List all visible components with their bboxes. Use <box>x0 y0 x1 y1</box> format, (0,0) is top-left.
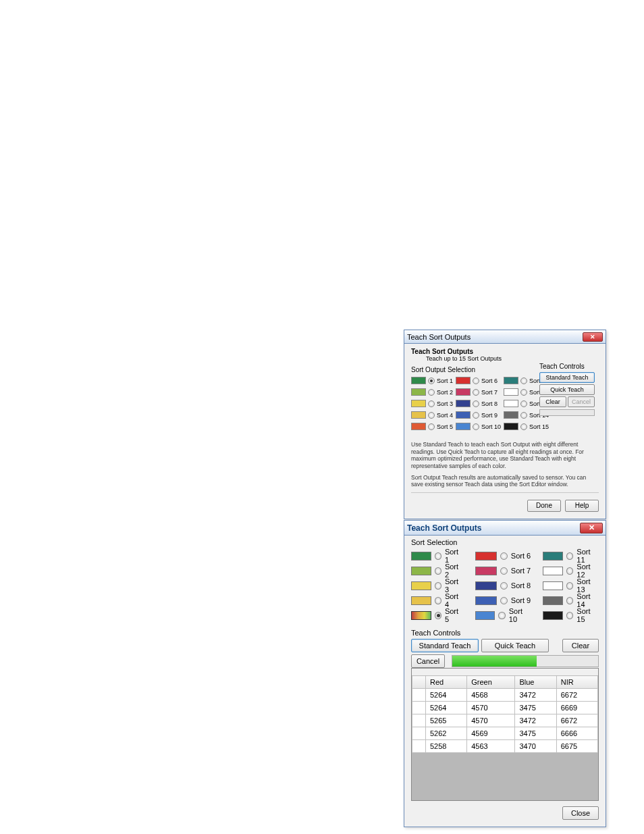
sort-option[interactable]: Sort 2 <box>411 387 453 397</box>
sort-option[interactable]: Sort 10 <box>456 421 501 432</box>
radio-icon[interactable] <box>435 552 441 560</box>
radio-icon[interactable] <box>500 597 508 604</box>
cell: 3472 <box>515 714 556 727</box>
radio-icon[interactable] <box>428 400 435 407</box>
sort-label: Sort 15 <box>576 607 599 623</box>
titlebar[interactable]: Teach Sort Outputs ✕ <box>404 330 606 344</box>
cell: 4569 <box>467 727 515 740</box>
close-button[interactable]: Close <box>562 806 599 820</box>
radio-icon[interactable] <box>520 412 527 419</box>
help-button[interactable]: Help <box>565 500 599 512</box>
sort-label: Sort 9 <box>481 412 498 419</box>
radio-icon[interactable] <box>500 582 508 590</box>
sort-option[interactable]: Sort 9 <box>456 410 501 420</box>
radio-icon[interactable] <box>435 597 441 604</box>
column-header: Green <box>467 676 515 689</box>
sort-option[interactable]: Sort 5 <box>411 608 463 622</box>
sort-option[interactable]: Sort 3 <box>411 398 453 409</box>
progress-bar <box>539 409 595 416</box>
done-button[interactable]: Done <box>527 500 561 512</box>
radio-icon[interactable] <box>435 582 441 590</box>
radio-icon[interactable] <box>566 582 573 590</box>
sort-option[interactable]: Sort 8 <box>456 398 501 409</box>
table-row[interactable]: 5258456334706675 <box>412 740 598 753</box>
clear-button[interactable]: Clear <box>562 639 599 652</box>
table-row[interactable]: 5264457034756669 <box>412 702 598 714</box>
teach-controls-row: Standard Teach Quick Teach Clear <box>411 639 599 652</box>
heading: Teach Sort Outputs <box>411 348 599 355</box>
cancel-button[interactable]: Cancel <box>411 654 445 668</box>
radio-icon[interactable] <box>566 597 573 604</box>
table-row[interactable]: 5265457034726672 <box>412 714 598 727</box>
radio-icon[interactable] <box>500 552 508 560</box>
sort-option[interactable]: Sort 15 <box>543 608 599 622</box>
sort-option[interactable]: Sort 5 <box>411 421 453 432</box>
row-index-cell <box>412 702 426 714</box>
sort-option[interactable]: Sort 8 <box>475 579 531 592</box>
sort-option[interactable]: Sort 10 <box>475 608 531 622</box>
radio-icon[interactable] <box>520 377 527 384</box>
cell: 3475 <box>515 727 556 740</box>
radio-icon[interactable] <box>473 423 479 430</box>
table-row[interactable]: 5262456934756666 <box>412 727 598 740</box>
sort-selection-grid: Sort 1Sort 2Sort 3Sort 4Sort 5Sort 6Sort… <box>411 549 599 622</box>
sort-option[interactable]: Sort 6 <box>456 375 501 386</box>
sort-option[interactable]: Sort 7 <box>456 387 501 397</box>
sort-label: Sort 13 <box>576 577 599 594</box>
close-icon[interactable]: ✕ <box>580 523 603 533</box>
color-swatch <box>411 552 431 561</box>
sort-option[interactable]: Sort 11 <box>543 549 599 563</box>
sort-label: Sort 1 <box>445 548 463 564</box>
close-icon[interactable]: ✕ <box>583 332 603 342</box>
radio-icon[interactable] <box>566 552 573 560</box>
radio-icon[interactable] <box>435 612 441 619</box>
quick-teach-button[interactable]: Quick Teach <box>481 639 549 652</box>
clear-button[interactable]: Clear <box>539 396 566 407</box>
radio-icon[interactable] <box>473 377 479 384</box>
titlebar[interactable]: Teach Sort Outputs ✕ <box>404 521 606 536</box>
sort-label: Sort 12 <box>576 563 599 579</box>
color-swatch <box>411 567 431 575</box>
standard-teach-button[interactable]: Standard Teach <box>411 639 479 652</box>
sort-option[interactable]: Sort 1 <box>411 549 463 563</box>
sort-option[interactable]: Sort 3 <box>411 579 463 592</box>
color-swatch <box>504 400 518 407</box>
quick-teach-button[interactable]: Quick Teach <box>539 384 595 395</box>
radio-icon[interactable] <box>566 567 573 575</box>
sort-label: Sort 14 <box>576 592 599 608</box>
color-swatch <box>411 611 431 620</box>
sort-option[interactable]: Sort 12 <box>543 564 599 577</box>
sort-option[interactable]: Sort 15 <box>504 421 549 432</box>
radio-icon[interactable] <box>473 389 479 396</box>
sort-option[interactable]: Sort 2 <box>411 564 463 577</box>
radio-icon[interactable] <box>520 423 527 430</box>
dialog-body: Teach Sort Outputs Teach up to 15 Sort O… <box>404 344 606 519</box>
sort-option[interactable]: Sort 4 <box>411 410 453 420</box>
radio-icon[interactable] <box>428 423 435 430</box>
standard-teach-button[interactable]: Standard Teach <box>539 372 595 383</box>
radio-icon[interactable] <box>435 567 441 575</box>
radio-icon[interactable] <box>428 412 435 419</box>
radio-icon[interactable] <box>473 412 479 419</box>
radio-icon[interactable] <box>473 400 479 407</box>
radio-icon[interactable] <box>500 567 508 575</box>
sort-option[interactable]: Sort 14 <box>543 594 599 607</box>
teach-sort-outputs-dialog-large: Teach Sort Outputs ✕ Sort Selection Sort… <box>404 520 606 827</box>
radio-icon[interactable] <box>520 389 527 396</box>
table-row[interactable]: 5264456834726672 <box>412 689 598 702</box>
sort-option[interactable]: Sort 4 <box>411 594 463 607</box>
radio-icon[interactable] <box>428 377 435 384</box>
sort-label: Sort 7 <box>511 567 531 575</box>
sort-option[interactable]: Sort 1 <box>411 375 453 386</box>
color-swatch <box>456 411 471 419</box>
row-index-cell <box>412 714 426 727</box>
cell: 4568 <box>467 689 515 702</box>
sort-option[interactable]: Sort 13 <box>543 579 599 592</box>
sort-option[interactable]: Sort 6 <box>475 549 531 563</box>
radio-icon[interactable] <box>428 389 435 396</box>
sort-option[interactable]: Sort 7 <box>475 564 531 577</box>
sort-option[interactable]: Sort 9 <box>475 594 531 607</box>
radio-icon[interactable] <box>498 612 505 619</box>
radio-icon[interactable] <box>566 612 573 619</box>
radio-icon[interactable] <box>520 400 527 407</box>
